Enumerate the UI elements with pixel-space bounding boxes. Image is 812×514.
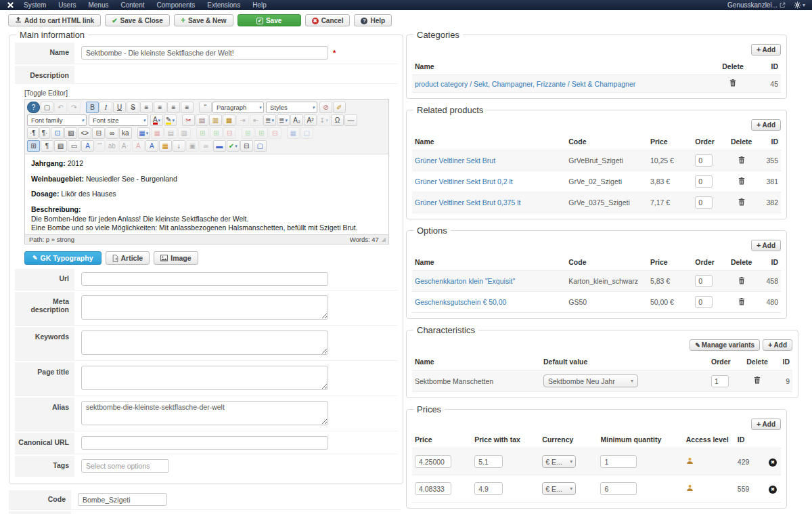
- tags-input[interactable]: [81, 459, 169, 473]
- menu-item-menus[interactable]: Menus: [88, 1, 108, 9]
- save-new-button[interactable]: +Save & New: [174, 14, 233, 26]
- insert-table-button[interactable]: ▦▾: [137, 127, 150, 139]
- ltr-button[interactable]: ·¶: [27, 127, 39, 139]
- product-link[interactable]: Grüner Veltliner Sekt Brut: [415, 156, 495, 165]
- find-button[interactable]: ∞: [106, 127, 118, 139]
- style-props-button[interactable]: A: [81, 140, 94, 152]
- horizontal-rule-button[interactable]: —: [344, 114, 357, 126]
- styles-select[interactable]: Styles▾: [266, 102, 317, 113]
- add-category-button[interactable]: +Add: [751, 44, 781, 56]
- product-link[interactable]: Geschenkkarton klein "Exquisit": [415, 277, 515, 285]
- delete-icon[interactable]: [738, 277, 745, 284]
- code-input[interactable]: [78, 493, 167, 506]
- settings-menu[interactable]: ▾: [794, 1, 805, 9]
- fullscreen-button[interactable]: ⊡: [51, 127, 64, 139]
- text-color-button[interactable]: A▾: [150, 114, 163, 126]
- bold-button[interactable]: B: [86, 102, 99, 113]
- resize-grip-icon[interactable]: ◢: [382, 236, 386, 242]
- special-char-button[interactable]: Ω: [331, 114, 344, 126]
- price-input[interactable]: [415, 455, 451, 468]
- save-close-button[interactable]: ✔Save & Close: [105, 14, 170, 26]
- show-blocks-button[interactable]: ¶: [41, 140, 53, 152]
- preview-button[interactable]: ▧: [64, 127, 77, 139]
- page-title-textarea[interactable]: [81, 366, 328, 390]
- menu-item-content[interactable]: Content: [120, 1, 144, 9]
- order-input[interactable]: [695, 154, 713, 167]
- add-price-button[interactable]: +Add: [751, 419, 781, 430]
- price-input[interactable]: [415, 482, 451, 495]
- insertion-button[interactable]: A: [145, 140, 158, 152]
- delete-icon[interactable]: [738, 156, 745, 164]
- new-document-button[interactable]: ▢: [41, 102, 53, 113]
- price-with-tax-input[interactable]: [474, 455, 503, 468]
- cleanup-button[interactable]: ✐: [333, 102, 346, 113]
- gk-typography-button[interactable]: ✎ GK Typography: [24, 251, 102, 265]
- subscript-button[interactable]: A₂: [290, 114, 303, 126]
- meta-description-textarea[interactable]: [81, 295, 328, 320]
- order-input[interactable]: [695, 275, 713, 287]
- source-code-button[interactable]: <>: [78, 127, 91, 139]
- italic-button[interactable]: I: [99, 102, 112, 113]
- paragraph-format-select[interactable]: Paragraph▾: [212, 102, 264, 113]
- spellcheck-button[interactable]: ✔▾: [227, 140, 240, 152]
- add-related-product-button[interactable]: +Add: [751, 119, 781, 131]
- page-anchor-button[interactable]: ↓: [173, 140, 185, 152]
- canonical-url-input[interactable]: [81, 436, 328, 450]
- print-button[interactable]: ⊟: [92, 127, 105, 139]
- site-preview-link[interactable]: Genusskanzlei...: [727, 1, 786, 9]
- help-button[interactable]: ?: [27, 102, 40, 113]
- menu-item-users[interactable]: Users: [58, 1, 76, 9]
- remove-icon[interactable]: ✖: [769, 458, 777, 467]
- paste-word-button[interactable]: ▦: [223, 114, 235, 126]
- keywords-textarea[interactable]: [81, 330, 328, 355]
- layer-button[interactable]: ⊟: [240, 140, 253, 152]
- toggle-editor-link[interactable]: [Toggle Editor]: [24, 89, 68, 97]
- copy-button[interactable]: ▤: [196, 114, 208, 126]
- minimum-quantity-input[interactable]: [600, 482, 637, 495]
- align-left-button[interactable]: ≡: [140, 102, 153, 113]
- rtl-button[interactable]: ¶·: [39, 127, 51, 139]
- currency-select[interactable]: € E...▾: [542, 482, 576, 495]
- category-link[interactable]: product category / Sekt, Champagner, Fri…: [415, 80, 635, 88]
- order-input[interactable]: [695, 196, 713, 209]
- url-input[interactable]: [81, 272, 328, 286]
- menu-item-help[interactable]: Help: [252, 1, 267, 9]
- insert-snippet-button[interactable]: ▧: [54, 140, 67, 152]
- remove-icon[interactable]: ✖: [769, 486, 777, 494]
- editor-content[interactable]: Jahrgang: 2012Weinbaugebiet: Neusiedler …: [25, 154, 388, 234]
- add-to-cart-html-link-button[interactable]: Add to cart HTML link: [8, 14, 101, 26]
- find-replace-button[interactable]: ka: [119, 127, 132, 139]
- insert-media-button[interactable]: ▬: [213, 140, 226, 152]
- delete-icon[interactable]: [738, 198, 745, 206]
- name-input[interactable]: [81, 46, 328, 60]
- visual-aid-button[interactable]: ⊞: [27, 140, 40, 152]
- minimum-quantity-input[interactable]: [600, 455, 637, 468]
- add-option-button[interactable]: +Add: [751, 240, 781, 251]
- delete-icon[interactable]: [738, 177, 745, 185]
- underline-button[interactable]: U: [113, 102, 126, 113]
- default-value-select[interactable]: Sektbombe Neu Jahr▾: [543, 374, 638, 387]
- product-link[interactable]: Geschenksgutschein € 50,00: [415, 298, 506, 306]
- align-justify-button[interactable]: ≡: [181, 102, 194, 113]
- order-input[interactable]: [695, 296, 713, 308]
- order-input[interactable]: [695, 175, 713, 188]
- article-button[interactable]: Article: [106, 251, 150, 265]
- absolute-position-button[interactable]: ▢: [254, 140, 267, 152]
- delete-icon[interactable]: [738, 298, 745, 305]
- font-family-select[interactable]: Font family▾: [27, 114, 87, 126]
- delete-icon[interactable]: [754, 377, 761, 384]
- alias-textarea[interactable]: sektbombe-die-kleinste-sektflasche-der-w…: [81, 401, 328, 425]
- order-input[interactable]: [711, 375, 729, 387]
- delete-icon[interactable]: [729, 79, 736, 87]
- eraser-button[interactable]: ⊘: [319, 102, 332, 113]
- cancel-button[interactable]: ✖Cancel: [305, 14, 351, 26]
- bullet-list-button[interactable]: ≣▾: [277, 114, 290, 126]
- price-with-tax-input[interactable]: [474, 482, 503, 495]
- blockquote-button[interactable]: “: [199, 102, 212, 113]
- image-button[interactable]: Image: [154, 251, 198, 265]
- menu-item-system[interactable]: System: [24, 1, 46, 9]
- help-button[interactable]: ?Help: [354, 14, 392, 26]
- add-characteristic-button[interactable]: +Add: [763, 339, 792, 351]
- highlight-color-button[interactable]: ✎▾: [164, 114, 177, 126]
- align-center-button[interactable]: ≡: [154, 102, 166, 113]
